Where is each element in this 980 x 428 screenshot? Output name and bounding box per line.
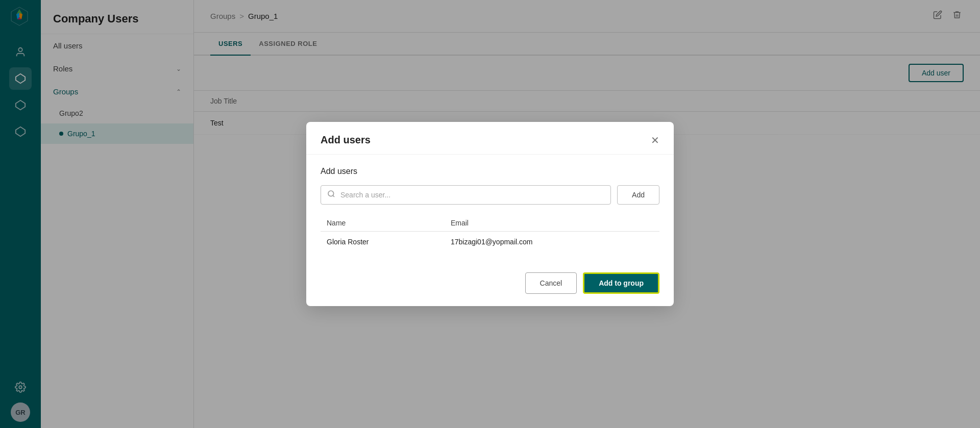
user-row: Gloria Roster 17bizagi01@yopmail.com	[321, 232, 659, 253]
search-icon	[327, 190, 335, 200]
svg-line-11	[333, 195, 334, 197]
user-email: 17bizagi01@yopmail.com	[445, 232, 659, 253]
user-table: Name Email Gloria Roster 17bizagi01@yopm…	[321, 215, 659, 252]
modal-footer: Cancel Add to group	[306, 264, 674, 306]
modal-add-users: Add users ✕ Add users Add	[306, 122, 674, 306]
search-row: Add	[321, 185, 659, 205]
col-email: Email	[445, 215, 659, 232]
cancel-button[interactable]: Cancel	[525, 272, 577, 294]
modal-body: Add users Add Na	[306, 155, 674, 264]
modal-close-button[interactable]: ✕	[651, 135, 659, 145]
modal-overlay[interactable]: Add users ✕ Add users Add	[0, 0, 980, 428]
modal-header: Add users ✕	[306, 122, 674, 155]
col-name: Name	[321, 215, 445, 232]
modal-title: Add users	[321, 134, 371, 146]
svg-point-10	[328, 191, 334, 196]
search-input[interactable]	[340, 186, 604, 204]
add-to-group-button[interactable]: Add to group	[583, 272, 659, 294]
add-search-button[interactable]: Add	[617, 185, 659, 205]
search-box	[321, 185, 611, 205]
user-name: Gloria Roster	[321, 232, 445, 253]
modal-section-title: Add users	[321, 167, 659, 176]
